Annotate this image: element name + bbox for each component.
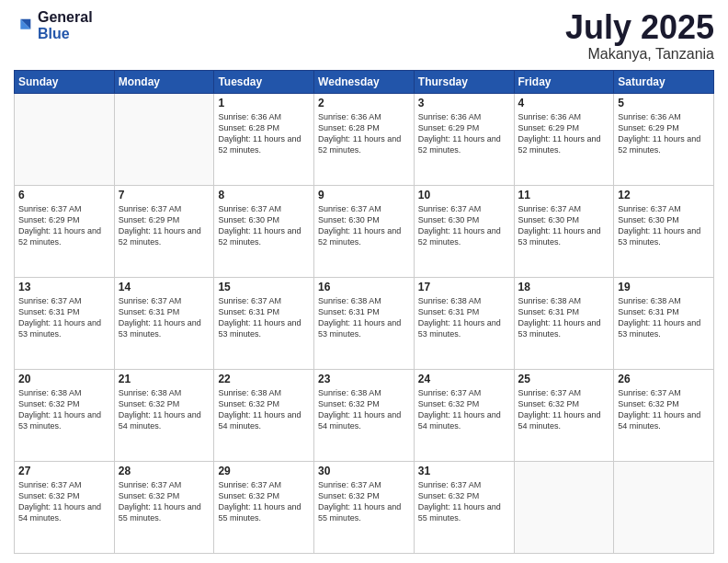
day-info: Sunrise: 6:37 AM Sunset: 6:30 PM Dayligh… — [218, 203, 310, 248]
calendar-week-row: 6Sunrise: 6:37 AM Sunset: 6:29 PM Daylig… — [15, 185, 714, 277]
day-number: 15 — [218, 281, 310, 293]
calendar-week-row: 13Sunrise: 6:37 AM Sunset: 6:31 PM Dayli… — [15, 277, 714, 369]
day-info: Sunrise: 6:38 AM Sunset: 6:31 PM Dayligh… — [618, 295, 710, 340]
day-number: 10 — [418, 189, 510, 201]
day-number: 25 — [518, 373, 610, 385]
day-info: Sunrise: 6:37 AM Sunset: 6:32 PM Dayligh… — [518, 387, 610, 432]
day-info: Sunrise: 6:37 AM Sunset: 6:32 PM Dayligh… — [418, 387, 510, 432]
calendar-week-row: 1Sunrise: 6:36 AM Sunset: 6:28 PM Daylig… — [15, 93, 714, 185]
calendar-day-cell: 15Sunrise: 6:37 AM Sunset: 6:31 PM Dayli… — [214, 277, 314, 369]
calendar-day-cell: 5Sunrise: 6:36 AM Sunset: 6:29 PM Daylig… — [614, 93, 714, 185]
day-info: Sunrise: 6:36 AM Sunset: 6:29 PM Dayligh… — [518, 111, 610, 156]
weekday-header: Thursday — [414, 70, 514, 93]
day-number: 21 — [119, 373, 210, 385]
day-info: Sunrise: 6:37 AM Sunset: 6:32 PM Dayligh… — [218, 479, 310, 524]
day-number: 30 — [318, 465, 410, 477]
title-location: Makanya, Tanzania — [565, 46, 714, 63]
day-number: 13 — [18, 281, 110, 293]
calendar-day-cell: 2Sunrise: 6:36 AM Sunset: 6:28 PM Daylig… — [314, 93, 415, 185]
calendar-week-row: 27Sunrise: 6:37 AM Sunset: 6:32 PM Dayli… — [15, 461, 714, 553]
day-number: 17 — [418, 281, 510, 293]
day-number: 29 — [218, 465, 310, 477]
day-info: Sunrise: 6:37 AM Sunset: 6:32 PM Dayligh… — [618, 387, 710, 432]
calendar-day-cell: 9Sunrise: 6:37 AM Sunset: 6:30 PM Daylig… — [314, 185, 415, 277]
day-info: Sunrise: 6:37 AM Sunset: 6:32 PM Dayligh… — [418, 479, 510, 524]
day-info: Sunrise: 6:37 AM Sunset: 6:29 PM Dayligh… — [18, 203, 110, 248]
calendar-day-cell: 1Sunrise: 6:36 AM Sunset: 6:28 PM Daylig… — [214, 93, 314, 185]
day-number: 5 — [618, 97, 710, 109]
weekday-header: Friday — [514, 70, 614, 93]
calendar-day-cell: 10Sunrise: 6:37 AM Sunset: 6:30 PM Dayli… — [414, 185, 514, 277]
day-info: Sunrise: 6:37 AM Sunset: 6:29 PM Dayligh… — [119, 203, 210, 248]
calendar-day-cell: 19Sunrise: 6:38 AM Sunset: 6:31 PM Dayli… — [614, 277, 714, 369]
day-info: Sunrise: 6:37 AM Sunset: 6:31 PM Dayligh… — [18, 295, 110, 340]
day-number: 9 — [318, 189, 410, 201]
day-info: Sunrise: 6:37 AM Sunset: 6:30 PM Dayligh… — [418, 203, 510, 248]
day-info: Sunrise: 6:36 AM Sunset: 6:28 PM Dayligh… — [318, 111, 410, 156]
day-number: 16 — [318, 281, 410, 293]
day-info: Sunrise: 6:38 AM Sunset: 6:31 PM Dayligh… — [318, 295, 410, 340]
calendar-day-cell: 21Sunrise: 6:38 AM Sunset: 6:32 PM Dayli… — [114, 369, 214, 461]
logo-text: General Blue — [38, 9, 93, 41]
weekday-header: Wednesday — [314, 70, 415, 93]
day-info: Sunrise: 6:37 AM Sunset: 6:32 PM Dayligh… — [119, 479, 210, 524]
day-info: Sunrise: 6:37 AM Sunset: 6:30 PM Dayligh… — [518, 203, 610, 248]
day-info: Sunrise: 6:36 AM Sunset: 6:28 PM Dayligh… — [218, 111, 310, 156]
day-info: Sunrise: 6:38 AM Sunset: 6:32 PM Dayligh… — [18, 387, 110, 432]
calendar-day-cell: 11Sunrise: 6:37 AM Sunset: 6:30 PM Dayli… — [514, 185, 614, 277]
weekday-header: Sunday — [15, 70, 115, 93]
logo-icon — [14, 16, 34, 36]
calendar-day-cell: 28Sunrise: 6:37 AM Sunset: 6:32 PM Dayli… — [114, 461, 214, 553]
day-number: 2 — [318, 97, 410, 109]
calendar-day-cell: 14Sunrise: 6:37 AM Sunset: 6:31 PM Dayli… — [114, 277, 214, 369]
calendar-day-cell: 20Sunrise: 6:38 AM Sunset: 6:32 PM Dayli… — [15, 369, 115, 461]
calendar-day-cell: 13Sunrise: 6:37 AM Sunset: 6:31 PM Dayli… — [15, 277, 115, 369]
day-number: 22 — [218, 373, 310, 385]
calendar-day-cell: 26Sunrise: 6:37 AM Sunset: 6:32 PM Dayli… — [614, 369, 714, 461]
day-info: Sunrise: 6:37 AM Sunset: 6:31 PM Dayligh… — [218, 295, 310, 340]
day-number: 19 — [618, 281, 710, 293]
day-number: 11 — [518, 189, 610, 201]
day-info: Sunrise: 6:37 AM Sunset: 6:30 PM Dayligh… — [318, 203, 410, 248]
day-number: 6 — [18, 189, 110, 201]
day-number: 26 — [618, 373, 710, 385]
calendar-day-cell: 23Sunrise: 6:38 AM Sunset: 6:32 PM Dayli… — [314, 369, 415, 461]
calendar-day-cell: 22Sunrise: 6:38 AM Sunset: 6:32 PM Dayli… — [214, 369, 314, 461]
day-number: 28 — [119, 465, 210, 477]
day-info: Sunrise: 6:37 AM Sunset: 6:32 PM Dayligh… — [318, 479, 410, 524]
day-info: Sunrise: 6:37 AM Sunset: 6:31 PM Dayligh… — [119, 295, 210, 340]
day-number: 1 — [218, 97, 310, 109]
logo-blue: Blue — [38, 26, 93, 42]
day-number: 18 — [518, 281, 610, 293]
day-info: Sunrise: 6:38 AM Sunset: 6:32 PM Dayligh… — [119, 387, 210, 432]
page: General Blue July 2025 Makanya, Tanzania… — [0, 0, 728, 563]
calendar-day-cell: 12Sunrise: 6:37 AM Sunset: 6:30 PM Dayli… — [614, 185, 714, 277]
day-number: 3 — [418, 97, 510, 109]
title-block: July 2025 Makanya, Tanzania — [565, 9, 714, 63]
calendar-day-cell: 7Sunrise: 6:37 AM Sunset: 6:29 PM Daylig… — [114, 185, 214, 277]
calendar-day-cell: 25Sunrise: 6:37 AM Sunset: 6:32 PM Dayli… — [514, 369, 614, 461]
header: General Blue July 2025 Makanya, Tanzania — [14, 9, 714, 63]
calendar-day-cell: 8Sunrise: 6:37 AM Sunset: 6:30 PM Daylig… — [214, 185, 314, 277]
logo: General Blue — [14, 9, 93, 41]
calendar-day-cell — [114, 93, 214, 185]
day-number: 12 — [618, 189, 710, 201]
logo-general: General — [38, 9, 93, 26]
day-number: 27 — [18, 465, 110, 477]
day-number: 24 — [418, 373, 510, 385]
day-info: Sunrise: 6:37 AM Sunset: 6:32 PM Dayligh… — [18, 479, 110, 524]
day-info: Sunrise: 6:36 AM Sunset: 6:29 PM Dayligh… — [618, 111, 710, 156]
day-number: 7 — [119, 189, 210, 201]
calendar-day-cell: 29Sunrise: 6:37 AM Sunset: 6:32 PM Dayli… — [214, 461, 314, 553]
day-number: 8 — [218, 189, 310, 201]
calendar-day-cell: 27Sunrise: 6:37 AM Sunset: 6:32 PM Dayli… — [15, 461, 115, 553]
calendar-day-cell: 6Sunrise: 6:37 AM Sunset: 6:29 PM Daylig… — [15, 185, 115, 277]
day-info: Sunrise: 6:38 AM Sunset: 6:32 PM Dayligh… — [218, 387, 310, 432]
calendar-day-cell: 17Sunrise: 6:38 AM Sunset: 6:31 PM Dayli… — [414, 277, 514, 369]
calendar-day-cell — [614, 461, 714, 553]
day-info: Sunrise: 6:38 AM Sunset: 6:31 PM Dayligh… — [418, 295, 510, 340]
day-number: 23 — [318, 373, 410, 385]
day-info: Sunrise: 6:38 AM Sunset: 6:31 PM Dayligh… — [518, 295, 610, 340]
calendar-day-cell — [514, 461, 614, 553]
day-number: 31 — [418, 465, 510, 477]
